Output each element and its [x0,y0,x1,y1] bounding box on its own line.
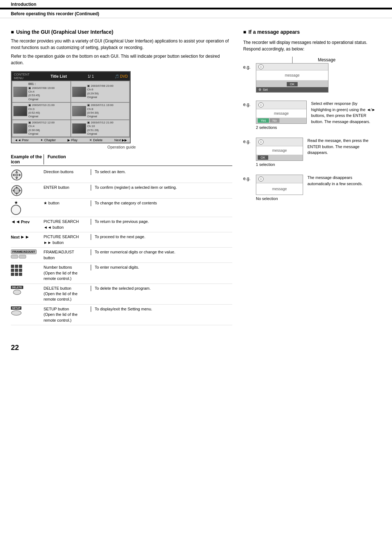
enter-icon [11,185,23,196]
example-4-content: i message No selection The message disap… [256,175,373,201]
eg-label-4: e.g. [243,175,252,181]
col-func-header: Function [44,154,66,164]
example-3-content: i message OK 1 selection Read the messag… [256,138,373,167]
numpad-icon-col [11,265,44,276]
gui-grid: 001 : ▣ 2003/07/08 19:00 Ch:4 (0:53:45) … [12,81,130,137]
prev-icon: ◄◄ Prev [11,219,30,224]
icon-row-numpad: Number buttons(Open the lid of theremote… [11,263,232,284]
col-icon-header: Example of the icon [11,154,44,164]
msg-box4-header: i [256,175,303,183]
prev-func: To return to the previous page. [91,219,232,224]
delete-func: To delete the selected program. [91,286,232,291]
prev-icon-col: ◄◄ Prev [11,219,44,224]
left-column: Using the GUI (Graphical User Interface)… [11,29,232,325]
msg-arrow-1 [292,57,293,63]
msg-footer-2: Yes No [256,118,306,123]
numpad-icon [11,265,22,276]
example-2-desc: Select either response (by highlighting … [311,101,376,125]
icon-table: Example of the icon Function Direction b… [11,154,232,325]
gui-titlebar: CONTENTMENU Title List 1/ 1 🎵 DVD [12,72,130,81]
info-icon-1: i [258,64,264,69]
msg-body-2: message [256,109,306,118]
info-icon-2: i [258,102,264,107]
next-icon: Next ►► [11,234,30,240]
example-group-2: e.g. i message Yes No [243,101,381,130]
example-group-3: e.g. i message OK 1 selection [243,138,381,167]
delete-label: DELETE [11,286,23,289]
example-2-content: i message Yes No 2 selections Select eit… [256,101,376,130]
msg-box-4: i message [256,175,303,195]
no-selection-label: No selection [256,196,303,201]
right-section-title: If a message appears [243,29,381,35]
msg-box-1: i message OK ⚙ Set [256,63,328,93]
gui-section-title: Using the GUI (Graphical User Interface) [11,29,232,35]
delete-circle [13,290,21,295]
ok-btn-1[interactable]: OK [287,82,297,86]
gui-cell-info-4: ▣ 2003/07/11 19:00 Ch:8 (0:54:30) Origin… [87,103,114,119]
msg-footer-1: ⚙ Set [256,87,328,92]
message-label: Message [272,57,381,62]
subsection-label: Before operating this recorder (Continue… [11,11,99,16]
msg-box-wrapper-3: i message OK 1 selection [256,138,303,167]
msg-box3-header: i [256,138,303,146]
operation-guide-label: Operation guide [11,145,232,149]
numpad-desc: Number buttons(Open the lid of theremote… [44,265,91,281]
icon-row-frame: FRAME/ADJUST FRAME/ADJUSTbutton To enter… [11,248,232,263]
icon-row-delete: DELETE DELETE button(Open the lid of the… [11,284,232,305]
msg-box-3: i message OK [256,138,303,161]
icon-row-prev: ◄◄ Prev PICTURE SEARCH◄◄ button To retur… [11,217,232,232]
frame-icon-col: FRAME/ADJUST [11,249,44,258]
2-selections-label: 2 selections [256,125,307,130]
msg-box-wrapper-4: i message No selection [256,175,303,201]
gui-menu-label: CONTENTMENU [14,73,30,80]
gui-para1: The recorder provides you with a variety… [11,38,232,51]
example-3-desc: Read the message, then press the ENTER b… [307,138,373,156]
frame-adjust-label: FRAME/ADJUST [11,249,37,254]
icon-row-star: ★ ★ button To change the category of con… [11,199,232,217]
gui-cell-info-1: 001 : ▣ 2003/07/08 19:00 Ch:4 (0:53:45) … [28,82,55,101]
svg-point-5 [15,174,18,176]
msg-box-wrapper-2: i message Yes No 2 selections [256,101,307,130]
gui-cell-5: ▣ 2003/07/12 12:00 Ch:4 (0:30:08) Origin… [12,120,70,137]
icon-row-next: Next ►► PICTURE SEARCH►► button To proce… [11,232,232,248]
star-func: To change the category of contents [91,200,232,206]
msg-box-wrapper-1: i message OK ⚙ Set [256,63,328,93]
gui-thumb-6 [72,123,86,134]
msg-body-3: message [256,146,303,155]
gui-cell-info-3: ▣ 2003/07/10 21:00 Ch:3 (0:52:40) Origin… [28,103,55,119]
delete-icon: DELETE [11,286,23,295]
msg-text-1: message [285,73,300,77]
example-group-4: e.g. i message No selection The message … [243,175,381,201]
star-circle [11,205,21,215]
gui-title: Title List [50,74,67,78]
eg-label-3: e.g. [243,138,252,144]
eg-label-2: e.g. [243,101,252,107]
no-btn[interactable]: No [270,118,280,123]
next-desc: PICTURE SEARCH►► button [44,234,91,245]
msg-body-1: message [256,70,328,80]
icon-table-header: Example of the icon Function [11,154,232,166]
1-selection-label: 1 selection [256,162,303,167]
enter-icon-col [11,185,44,196]
gui-dvd-label: 🎵 DVD [115,74,128,78]
msg-box-header-1: i [256,64,328,70]
page-number: 22 [0,336,392,352]
gui-cell-6: ▣ 2003/07/12 21:00 Ch:10 (0:51:28) Origi… [71,120,129,137]
info-icon-4: i [258,176,264,182]
gui-cell-3: ▣ 2003/07/10 21:00 Ch:3 (0:52:40) Origin… [12,103,70,119]
setup-func: To display/exit the Setting menu. [91,306,232,312]
star-icon-col: ★ [11,200,44,215]
eg-label-1: e.g. [243,63,252,70]
ok-btn-3[interactable]: OK [258,155,268,160]
right-column: If a message appears The recorder will d… [243,29,381,325]
next-icon-col: Next ►► [11,234,44,240]
gui-cell-info-2: ▣ 2003/07/08 23:00 Ch:6 (0:29:50) Origin… [87,84,114,99]
delete-desc: DELETE button(Open the lid of theremote … [44,286,91,302]
gui-thumb-3 [13,106,27,116]
setup-oval [11,310,21,315]
gui-thumb-4 [72,106,86,116]
frame-func: To enter numerical digits or change the … [91,249,232,255]
gui-thumb-1 [13,87,27,97]
msg-box-2: i message Yes No [256,101,307,124]
yes-btn[interactable]: Yes [258,118,269,123]
